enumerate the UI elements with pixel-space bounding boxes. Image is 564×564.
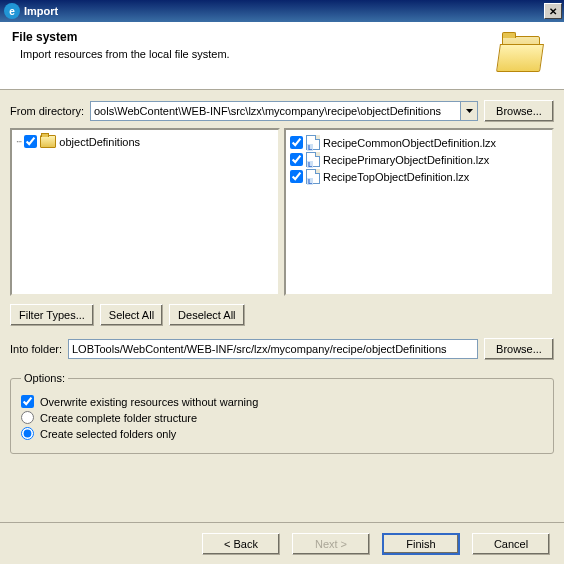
- file-name: RecipePrimaryObjectDefinition.lzx: [323, 154, 489, 166]
- close-button[interactable]: ✕: [544, 3, 562, 19]
- file-name: RecipeCommonObjectDefinition.lzx: [323, 137, 496, 149]
- tree-item[interactable]: ··· objectDefinitions: [16, 134, 274, 149]
- app-icon: e: [4, 3, 20, 19]
- create-selected-label: Create selected folders only: [40, 428, 176, 440]
- file-item[interactable]: LRecipePrimaryObjectDefinition.lzx: [290, 151, 548, 168]
- folder-icon: [40, 135, 56, 148]
- create-complete-radio[interactable]: [21, 411, 34, 424]
- cancel-button[interactable]: Cancel: [472, 533, 550, 555]
- title-bar: e Import ✕: [0, 0, 564, 22]
- file-icon: L: [306, 152, 320, 167]
- file-checkbox[interactable]: [290, 136, 303, 149]
- back-button[interactable]: < Back: [202, 533, 280, 555]
- finish-button[interactable]: Finish: [382, 533, 460, 555]
- file-checkbox[interactable]: [290, 153, 303, 166]
- wizard-footer: < Back Next > Finish Cancel: [0, 522, 564, 564]
- page-title: File system: [12, 30, 552, 44]
- options-group: Options: Overwrite existing resources wi…: [10, 372, 554, 454]
- create-complete-label: Create complete folder structure: [40, 412, 197, 424]
- select-all-button[interactable]: Select All: [100, 304, 163, 326]
- file-name: RecipeTopObjectDefinition.lzx: [323, 171, 469, 183]
- filter-types-button[interactable]: Filter Types...: [10, 304, 94, 326]
- into-folder-label: Into folder:: [10, 343, 62, 355]
- from-browse-button[interactable]: Browse...: [484, 100, 554, 122]
- folder-decoration-icon: [498, 36, 546, 74]
- options-legend: Options:: [21, 372, 68, 384]
- tree-connector-icon: ···: [16, 136, 21, 147]
- tree-item-label: objectDefinitions: [59, 136, 140, 148]
- window-title: Import: [24, 5, 544, 17]
- file-item[interactable]: LRecipeTopObjectDefinition.lzx: [290, 168, 548, 185]
- into-browse-button[interactable]: Browse...: [484, 338, 554, 360]
- page-subtitle: Import resources from the local file sys…: [20, 48, 552, 60]
- from-directory-combo[interactable]: [90, 101, 478, 121]
- tree-checkbox[interactable]: [24, 135, 37, 148]
- file-item[interactable]: LRecipeCommonObjectDefinition.lzx: [290, 134, 548, 151]
- folder-tree-pane[interactable]: ··· objectDefinitions: [10, 128, 280, 296]
- from-directory-input[interactable]: [90, 101, 461, 121]
- file-icon: L: [306, 135, 320, 150]
- next-button[interactable]: Next >: [292, 533, 370, 555]
- from-directory-dropdown[interactable]: [461, 101, 478, 121]
- file-icon: L: [306, 169, 320, 184]
- overwrite-label: Overwrite existing resources without war…: [40, 396, 258, 408]
- overwrite-checkbox[interactable]: [21, 395, 34, 408]
- into-folder-input[interactable]: [68, 339, 478, 359]
- file-list-pane[interactable]: LRecipeCommonObjectDefinition.lzxLRecipe…: [284, 128, 554, 296]
- deselect-all-button[interactable]: Deselect All: [169, 304, 244, 326]
- from-directory-label: From directory:: [10, 105, 84, 117]
- file-checkbox[interactable]: [290, 170, 303, 183]
- create-selected-radio[interactable]: [21, 427, 34, 440]
- wizard-header: File system Import resources from the lo…: [0, 22, 564, 90]
- chevron-down-icon: [466, 109, 473, 113]
